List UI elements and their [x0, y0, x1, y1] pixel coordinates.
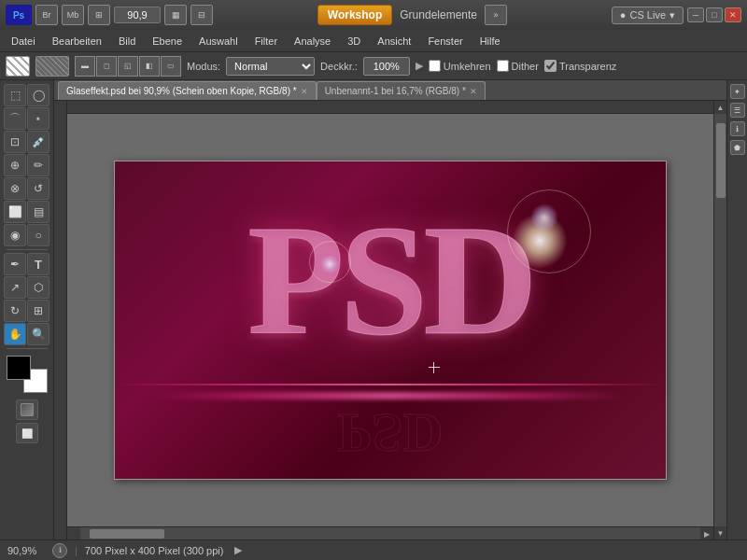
lens-flare-1b — [530, 203, 558, 231]
tool-eraser[interactable]: ⬜ — [4, 201, 26, 223]
more-btn[interactable]: » — [485, 5, 507, 25]
tool-eyedropper[interactable]: 💉 — [27, 131, 49, 153]
vertical-scrollbar[interactable]: ▲ ▼ — [713, 101, 726, 539]
tab-glaseffekt-close[interactable]: ✕ — [301, 87, 308, 96]
tool-3d-rotate[interactable]: ↻ — [4, 300, 26, 322]
tool-shape[interactable]: ⬡ — [27, 276, 49, 299]
rp-compass-btn[interactable]: ✦ — [730, 84, 745, 99]
canvas-frame: PSD PSD PSD PSD — [114, 161, 667, 480]
foreground-color-swatch[interactable] — [7, 356, 31, 380]
tool-brush[interactable]: ✏ — [27, 154, 49, 176]
rp-layers-btn[interactable]: ⬟ — [730, 140, 745, 155]
transparenz-label: Transparenz — [559, 61, 616, 72]
h-scroll-thumb[interactable] — [90, 529, 164, 539]
toolbox: ⬚ ◯ ⌒ ⋆ ⊡ 💉 ⊕ ✏ ⊗ ↺ ⬜ ▤ ◉ ○ ✒ T — [0, 80, 54, 539]
v-scroll-thumb[interactable] — [716, 123, 726, 198]
bridge-btn[interactable]: Br — [35, 5, 58, 25]
titlebar: Ps Br Mb ⊞ 90,9 ▦ ⊟ Workshop Grundelemen… — [0, 0, 747, 30]
close-button[interactable]: ✕ — [725, 7, 741, 22]
menu-fenster[interactable]: Fenster — [420, 34, 470, 49]
tool-clone[interactable]: ⊗ — [4, 177, 26, 200]
minimize-button[interactable]: ─ — [687, 7, 704, 22]
menu-filter[interactable]: Filter — [247, 34, 285, 49]
status-arrow[interactable]: ▶ — [234, 544, 242, 556]
menu-3d[interactable]: 3D — [340, 34, 368, 49]
tool-pen[interactable]: ✒ — [4, 253, 26, 275]
foreground-swatch[interactable] — [6, 56, 30, 77]
dither-checkbox-label[interactable]: Dither — [497, 60, 539, 72]
tab-unbenannt[interactable]: Unbenannt-1 bei 16,7% (RGB/8) * ✕ — [317, 81, 486, 100]
umkehren-checkbox[interactable] — [429, 60, 441, 72]
menu-ebene[interactable]: Ebene — [145, 34, 190, 49]
frame-btn[interactable]: ⊞ — [88, 5, 110, 25]
canvas-area: Glaseffekt.psd bei 90,9% (Schein oben Ko… — [54, 80, 726, 539]
rp-histogram-btn[interactable]: ☰ — [730, 103, 745, 118]
tool-zoom[interactable]: 🔍 — [27, 323, 49, 345]
tool-separator-2 — [7, 348, 48, 349]
dither-checkbox[interactable] — [497, 60, 509, 72]
status-dimensions: 700 Pixel x 400 Pixel (300 ppi) — [85, 545, 224, 556]
tool-crop[interactable]: ⊡ — [4, 131, 26, 153]
right-panel: ✦ ☰ ℹ ⬟ — [726, 80, 747, 539]
shape-btn-4[interactable]: ◧ — [139, 56, 160, 77]
glow-line-bottom — [115, 384, 666, 385]
screen-mode-button[interactable]: ⬜ — [16, 423, 38, 443]
tool-history-brush[interactable]: ↺ — [27, 177, 49, 200]
zoom-display: 90,9 — [114, 7, 161, 23]
shape-btn-3[interactable]: ◱ — [118, 56, 138, 77]
umkehren-checkbox-label[interactable]: Umkehren — [429, 60, 491, 72]
tab-glaseffekt[interactable]: Glaseffekt.psd bei 90,9% (Schein oben Ko… — [58, 81, 317, 100]
shape-btn-5[interactable]: ▭ — [161, 56, 181, 77]
workshop-button[interactable]: Workshop — [317, 5, 392, 25]
transparenz-checkbox-label[interactable]: Transparenz — [544, 60, 616, 72]
tool-type[interactable]: T — [27, 253, 49, 275]
color-swatches — [7, 356, 48, 393]
arrange-btn[interactable]: ⊟ — [190, 5, 213, 25]
scroll-arrow-down[interactable]: ▼ — [714, 526, 726, 539]
tool-lasso[interactable]: ⌒ — [4, 107, 26, 130]
tool-hand[interactable]: ✋ — [4, 323, 26, 345]
tabbar: Glaseffekt.psd bei 90,9% (Schein oben Ko… — [54, 80, 726, 101]
tool-blur[interactable]: ◉ — [4, 224, 26, 246]
tool-path-select[interactable]: ↗ — [4, 276, 26, 299]
tool-gradient[interactable]: ▤ — [27, 201, 49, 223]
tool-magic-wand[interactable]: ⋆ — [27, 107, 49, 130]
rp-info-btn[interactable]: ℹ — [730, 121, 745, 136]
minibr-btn[interactable]: Mb — [62, 5, 84, 25]
tool-marquee-rect[interactable]: ⬚ — [4, 84, 26, 106]
tool-marquee-ellipse[interactable]: ◯ — [27, 84, 49, 106]
menu-analyse[interactable]: Analyse — [287, 34, 338, 49]
menu-datei[interactable]: Datei — [4, 34, 43, 49]
shape-btn-1[interactable]: ▬ — [75, 56, 95, 77]
tab-unbenannt-close[interactable]: ✕ — [470, 87, 477, 96]
base-glow — [157, 392, 624, 399]
canvas-viewport[interactable]: PSD PSD PSD PSD — [67, 114, 713, 526]
main-area: ⬚ ◯ ⌒ ⋆ ⊡ 💉 ⊕ ✏ ⊗ ↺ ⬜ ▤ ◉ ○ ✒ T — [0, 80, 747, 539]
tool-3d-pan[interactable]: ⊞ — [27, 300, 49, 322]
pattern-box[interactable] — [35, 56, 69, 77]
opacity-input[interactable] — [363, 57, 410, 76]
menu-ansicht[interactable]: Ansicht — [370, 34, 418, 49]
status-icon[interactable]: ℹ — [52, 543, 67, 558]
ps-logo: Ps — [6, 5, 32, 25]
mode-select[interactable]: Normal Multiplizieren Abwedeln — [226, 57, 315, 76]
menu-bearbeiten[interactable]: Bearbeiten — [45, 34, 109, 49]
view-btn[interactable]: ▦ — [164, 5, 187, 25]
scroll-arrow-right[interactable]: ▶ — [700, 527, 713, 539]
opacity-arrow[interactable]: ▶ — [416, 60, 423, 72]
transparenz-checkbox[interactable] — [544, 60, 557, 72]
menu-bild[interactable]: Bild — [111, 34, 143, 49]
scroll-bottom: ▶ — [67, 526, 713, 539]
quick-mask-button[interactable] — [16, 399, 38, 420]
menu-auswahl[interactable]: Auswahl — [191, 34, 246, 49]
tool-dodge[interactable]: ○ — [27, 224, 49, 246]
menu-hilfe[interactable]: Hilfe — [472, 34, 508, 49]
scroll-arrow-up[interactable]: ▲ — [714, 101, 726, 114]
cslive-label: CS Live — [629, 9, 666, 21]
maximize-button[interactable]: □ — [706, 7, 723, 22]
cslive-button[interactable]: ● CS Live ▾ — [612, 7, 684, 24]
horizontal-scrollbar[interactable] — [80, 527, 700, 539]
shape-btn-2[interactable]: ◻ — [96, 56, 117, 77]
statusbar: 90,9% ℹ | 700 Pixel x 400 Pixel (300 ppi… — [0, 539, 747, 560]
tool-spot-heal[interactable]: ⊕ — [4, 154, 26, 176]
